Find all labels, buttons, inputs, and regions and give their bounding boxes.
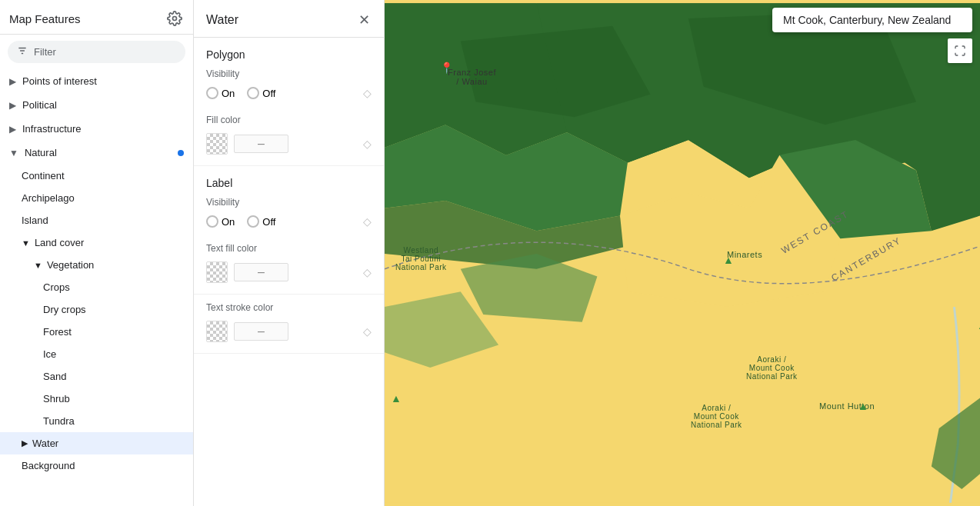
map-pin-minarets: ▲ [723,254,734,266]
left-panel: Map Features Filter ▶ Points of interest… [0,0,194,506]
sidebar-item-label: Shrub [43,393,70,404]
sidebar-item-label: Natural [25,147,57,158]
middle-panel: Water ✕ Polygon Visibility On Off ◇ Fill… [194,0,385,506]
gear-icon[interactable] [165,9,184,28]
sidebar-item-vegetation[interactable]: ▼ Vegetation [0,254,193,276]
label-text-fill-color-row: – ◇ [194,257,384,295]
radio-circle [206,215,218,228]
fill-color-label: Fill color [194,107,384,128]
diamond-icon[interactable]: ◇ [363,215,372,228]
map-area[interactable]: 📍 ▲ ▲ ▲ ▲ ▲ WEST COAST CANTERBURY WEST C… [385,0,980,506]
text-fill-color-swatch[interactable] [206,261,228,283]
diamond-icon[interactable]: ◇ [363,266,372,278]
chevron-down-icon: ▼ [22,238,30,248]
map-search-value: Mt Cook, Canterbury, New Zealand [783,14,951,26]
map-pin-westland: ▲ [391,392,402,404]
sidebar-item-shrub[interactable]: Shrub [0,388,193,410]
sidebar-item-label: Archipelago [22,192,75,204]
filter-bar[interactable]: Filter [8,41,185,63]
filter-icon [17,45,28,58]
polygon-off-radio[interactable]: Off [247,87,275,99]
sidebar-item-forest[interactable]: Forest [0,321,193,343]
polygon-visibility-group: On Off [206,87,275,99]
middle-panel-header: Water ✕ [194,0,384,38]
sidebar-item-infrastructure[interactable]: ▶ Infrastructure [0,117,193,141]
sidebar-item-natural[interactable]: ▼ Natural [0,141,193,165]
sidebar-item-water[interactable]: ▶ Water [0,432,193,454]
polygon-on-radio[interactable]: On [206,87,235,99]
text-fill-color-value[interactable]: – [234,263,288,281]
sidebar-item-label: Points of interest [22,75,97,87]
sidebar-item-crops[interactable]: Crops [0,276,193,298]
sidebar-item-label: Infrastructure [22,123,82,135]
radio-circle [247,215,259,228]
off-label: Off [262,216,275,228]
label-visibility-group: On Off [206,215,275,228]
sidebar-item-tundra[interactable]: Tundra [0,410,193,432]
sidebar-item-label: Sand [43,371,66,382]
chevron-down-icon: ▼ [34,261,42,270]
middle-panel-title: Water [206,13,238,27]
sidebar-item-dry-crops[interactable]: Dry crops [0,298,193,321]
fullscreen-button[interactable] [948,38,972,63]
polygon-visibility-label: Visibility [194,65,384,84]
polygon-visibility-row: On Off ◇ [194,84,384,107]
chevron-down-icon: ▼ [9,148,18,158]
sidebar-item-political[interactable]: ▶ Political [0,93,193,117]
fill-color-swatch[interactable] [206,133,228,155]
fill-color-value[interactable]: – [234,135,288,153]
diamond-icon[interactable]: ◇ [363,325,372,338]
sidebar-item-label: Island [22,215,48,226]
sidebar-item-ice[interactable]: Ice [0,343,193,365]
close-button[interactable]: ✕ [353,9,375,31]
sidebar-item-label: Tundra [43,415,75,427]
modified-dot [178,150,184,156]
diamond-icon[interactable]: ◇ [363,138,372,150]
diamond-icon[interactable]: ◇ [363,87,372,99]
polygon-section-label: Polygon [194,38,384,65]
chevron-right-icon: ▶ [9,76,16,87]
label-on-radio[interactable]: On [206,215,235,228]
sidebar-item-label: Forest [43,326,72,338]
chevron-right-icon: ▶ [9,100,16,111]
left-panel-title: Map Features [9,12,81,25]
sidebar-item-label: Background [22,460,75,471]
text-fill-color-label: Text fill color [194,235,384,257]
sidebar-item-island[interactable]: Island [0,209,193,231]
sidebar-item-label: Crops [43,281,70,293]
map-pin-mount-hutton: ▲ [858,400,868,412]
label-off-radio[interactable]: Off [247,215,275,228]
on-label: On [222,216,235,228]
on-label: On [222,88,235,99]
sidebar-item-land-cover[interactable]: ▼ Land cover [0,231,193,254]
text-stroke-color-swatch[interactable] [206,321,228,342]
text-stroke-color-label: Text stroke color [194,295,384,316]
label-visibility-label: Visibility [194,194,384,212]
sidebar-item-continent[interactable]: Continent [0,165,193,187]
sidebar-item-points-of-interest[interactable]: ▶ Points of interest [0,69,193,93]
svg-point-0 [173,17,177,21]
chevron-right-icon: ▶ [22,438,28,448]
label-visibility-row: On Off ◇ [194,212,384,235]
label-section-label: Label [194,166,384,194]
sidebar-item-label: Dry crops [43,304,86,315]
chevron-right-icon: ▶ [9,124,16,135]
map-pin-mount-sibbald: ▲ [977,319,980,331]
sidebar-item-archipelago[interactable]: Archipelago [0,187,193,209]
sidebar-item-label: Vegetation [47,259,94,271]
polygon-fill-color-row: – ◇ [194,128,384,166]
map-search-bar[interactable]: Mt Cook, Canterbury, New Zealand [772,8,972,32]
label-text-stroke-color-row: – ◇ [194,316,384,354]
sidebar-item-sand[interactable]: Sand [0,365,193,388]
sidebar-item-label: Ice [43,348,56,360]
sidebar-item-label: Continent [22,170,65,181]
map-svg [385,0,980,506]
radio-circle [247,87,259,99]
sidebar-item-label: Land cover [35,237,84,248]
radio-circle [206,87,218,99]
off-label: Off [262,88,275,99]
filter-label: Filter [34,46,56,58]
map-pin-franz-josef: 📍 [440,62,453,74]
sidebar-item-background[interactable]: Background [0,454,193,477]
text-stroke-color-value[interactable]: – [234,322,288,341]
